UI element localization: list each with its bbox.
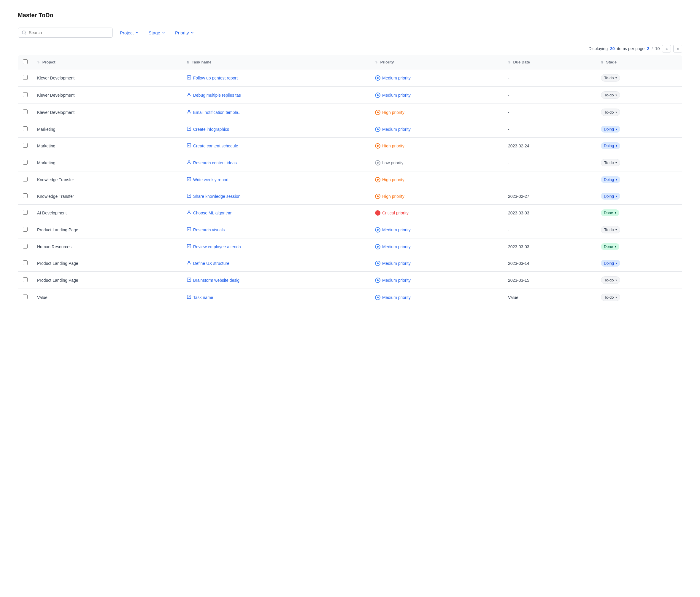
stage-badge[interactable]: To-do ▾	[601, 226, 621, 233]
table-row: Marketing Research content ideas Low pri…	[18, 154, 682, 172]
stage-badge[interactable]: Doing ▾	[601, 142, 620, 149]
stage-badge[interactable]: Doing ▾	[601, 260, 620, 267]
next-page-button[interactable]: »	[673, 45, 682, 52]
table-row: Product Landing Page Research visuals Me…	[18, 221, 682, 238]
task-link[interactable]: Debug multiple replies tas	[186, 92, 366, 98]
row-checkbox[interactable]	[23, 109, 28, 114]
row-checkbox[interactable]	[23, 277, 28, 282]
row-checkbox[interactable]	[23, 75, 28, 80]
row-checkbox-cell[interactable]	[18, 70, 33, 86]
stage-badge[interactable]: To-do ▾	[601, 159, 621, 166]
task-link[interactable]: Task name	[186, 294, 366, 300]
stage-column-header[interactable]: ⇅ Stage	[596, 55, 682, 70]
row-checkbox-cell[interactable]	[18, 104, 33, 121]
stage-badge[interactable]: To-do ▾	[601, 74, 621, 82]
row-checkbox[interactable]	[23, 227, 28, 232]
row-checkbox[interactable]	[23, 92, 28, 97]
stage-badge[interactable]: To-do ▾	[601, 92, 621, 99]
row-checkbox[interactable]	[23, 177, 28, 182]
row-checkbox[interactable]	[23, 210, 28, 215]
task-cell: Create content schedule	[182, 138, 370, 154]
project-column-header[interactable]: ⇅ Project	[32, 55, 182, 70]
task-link[interactable]: Write weekly report	[186, 177, 366, 182]
table-row: Value Task name Medium priority Value To…	[18, 289, 682, 306]
stage-badge[interactable]: Done ▾	[601, 243, 619, 250]
prev-page-button[interactable]: «	[662, 45, 671, 52]
stage-chevron-icon: ▾	[616, 262, 617, 265]
stage-badge[interactable]: To-do ▾	[601, 108, 621, 116]
task-link[interactable]: Email notification templa..	[186, 109, 366, 115]
stage-badge[interactable]: Doing ▾	[601, 193, 620, 200]
medium-priority-dot	[375, 93, 380, 98]
row-checkbox-cell[interactable]	[18, 238, 33, 255]
task-link[interactable]: Research visuals	[186, 227, 366, 233]
task-name: Follow up pentest report	[193, 76, 238, 80]
task-link[interactable]: Follow up pentest report	[186, 75, 366, 81]
stage-badge[interactable]: To-do ▾	[601, 277, 621, 284]
task-name: Share knowledge session	[193, 194, 241, 199]
svg-point-0	[22, 31, 26, 34]
project-cell: Product Landing Page	[32, 221, 182, 238]
medium-priority-dot	[375, 278, 380, 283]
row-checkbox[interactable]	[23, 126, 28, 131]
row-checkbox-cell[interactable]	[18, 86, 33, 104]
task-name: Email notification templa..	[193, 110, 241, 115]
stage-badge[interactable]: Doing ▾	[601, 176, 620, 183]
priority-cell: High priority	[370, 138, 503, 154]
search-input[interactable]	[29, 30, 109, 35]
task-link[interactable]: Choose ML algorithm	[186, 210, 366, 216]
row-checkbox[interactable]	[23, 193, 28, 198]
priority-cell: Low priority	[370, 154, 503, 172]
row-checkbox[interactable]	[23, 260, 28, 265]
task-name: Research visuals	[193, 228, 225, 232]
medium-priority-dot	[375, 127, 380, 132]
priority-label: Medium priority	[382, 93, 411, 98]
stage-badge[interactable]: To-do ▾	[601, 294, 621, 301]
row-checkbox[interactable]	[23, 143, 28, 148]
row-checkbox[interactable]	[23, 160, 28, 164]
row-checkbox[interactable]	[23, 294, 28, 299]
project-cell: Klever Development	[32, 104, 182, 121]
stage-badge[interactable]: Done ▾	[601, 209, 619, 216]
table-header-row: ⇅ Project ⇅ Task name ⇅ Priority ⇅ Due D…	[18, 55, 682, 70]
duedate-column-header[interactable]: ⇅ Due Date	[503, 55, 596, 70]
priority-cell: Medium priority	[370, 289, 503, 306]
priority-cell: High priority	[370, 172, 503, 188]
stage-cell: To-do ▾	[596, 221, 682, 238]
row-checkbox-cell[interactable]	[18, 289, 33, 306]
task-link[interactable]: Define UX structure	[186, 260, 366, 266]
stage-filter-button[interactable]: Stage	[146, 28, 168, 37]
toolbar: Project Stage Priority	[18, 28, 682, 38]
stage-badge[interactable]: Doing ▾	[601, 126, 620, 133]
due-date-cell: -	[503, 221, 596, 238]
task-link[interactable]: Share knowledge session	[186, 193, 366, 199]
project-filter-button[interactable]: Project	[118, 28, 142, 37]
priority-filter-button[interactable]: Priority	[173, 28, 197, 37]
row-checkbox-cell[interactable]	[18, 172, 33, 188]
priority-column-header[interactable]: ⇅ Priority	[370, 55, 503, 70]
task-link[interactable]: Research content ideas	[186, 160, 366, 165]
row-checkbox-cell[interactable]	[18, 221, 33, 238]
task-link[interactable]: Create content schedule	[186, 143, 366, 149]
task-link[interactable]: Review employee attenda	[186, 244, 366, 250]
task-cell: Research content ideas	[182, 154, 370, 172]
row-checkbox-cell[interactable]	[18, 272, 33, 289]
select-all-checkbox[interactable]	[23, 59, 28, 64]
task-column-header[interactable]: ⇅ Task name	[182, 55, 370, 70]
row-checkbox-cell[interactable]	[18, 154, 33, 172]
task-link[interactable]: Brainstorm website desig	[186, 277, 366, 283]
low-priority-dot	[375, 160, 380, 165]
row-checkbox-cell[interactable]	[18, 188, 33, 205]
task-link[interactable]: Create infographics	[186, 126, 366, 132]
row-checkbox-cell[interactable]	[18, 121, 33, 138]
select-all-header[interactable]	[18, 55, 33, 70]
row-checkbox-cell[interactable]	[18, 255, 33, 272]
critical-priority-dot	[375, 210, 380, 216]
task-type-icon	[186, 294, 192, 300]
table-row: Product Landing Page Brainstorm website …	[18, 272, 682, 289]
row-checkbox[interactable]	[23, 244, 28, 249]
stage-cell: To-do ▾	[596, 289, 682, 306]
svg-line-1	[25, 33, 26, 34]
row-checkbox-cell[interactable]	[18, 138, 33, 154]
row-checkbox-cell[interactable]	[18, 205, 33, 221]
